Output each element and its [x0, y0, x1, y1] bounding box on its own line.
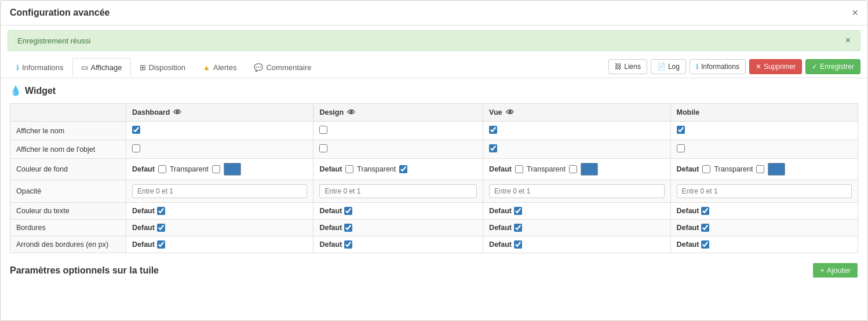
design-label: Design	[319, 108, 344, 116]
arrondi-mobile-checkbox[interactable]	[701, 240, 709, 249]
alert-message: Enregistrement réussi	[17, 37, 90, 45]
row-couleur-texte-vue: Defaut	[483, 203, 670, 220]
widget-table: Dashboard 👁 Design 👁 Vue 👁	[10, 103, 858, 253]
couleur-fond-vue-defaut-checkbox[interactable]	[515, 165, 523, 173]
couleur-fond-design-defaut-checkbox[interactable]	[345, 165, 353, 173]
ajouter-icon: +	[820, 266, 825, 275]
alert-close-button[interactable]: ×	[845, 35, 851, 46]
couleur-fond-design-transparent-checkbox[interactable]	[399, 165, 407, 173]
alert-success: Enregistrement réussi ×	[8, 30, 860, 51]
informations-button[interactable]: ℹ Informations	[690, 59, 746, 74]
couleur-fond-mobile-swatch[interactable]	[768, 163, 785, 176]
couleur-texte-dashboard-checkbox[interactable]	[157, 207, 165, 215]
afficher-nom-dashboard-checkbox[interactable]	[132, 126, 140, 134]
couleur-fond-dashboard-transparent-checkbox[interactable]	[212, 165, 220, 173]
bordures-vue-checkbox[interactable]	[514, 224, 522, 232]
afficher-objet-vue-checkbox[interactable]	[489, 144, 497, 152]
vue-eye-icon: 👁	[506, 108, 514, 117]
opacite-mobile-input[interactable]	[677, 184, 852, 198]
opacite-design-input[interactable]	[319, 184, 477, 198]
modal-close-button[interactable]: ×	[852, 8, 858, 18]
row-afficher-nom-design	[313, 122, 483, 140]
defaut-label: Defaut	[489, 240, 512, 249]
tab-disposition[interactable]: ⊞ Disposition	[131, 58, 195, 76]
supprimer-button[interactable]: ✕ Supprimer	[749, 59, 802, 74]
afficher-nom-mobile-checkbox[interactable]	[677, 126, 685, 134]
defaut-label: Defaut	[677, 207, 699, 215]
couleur-fond-vue-transparent-checkbox[interactable]	[569, 165, 577, 173]
row-bordures-dashboard: Defaut	[126, 220, 313, 236]
liens-button[interactable]: ⛓ Liens	[608, 59, 647, 74]
tabs-container: ℹ Informations ▭ Affichage ⊞ Disposition…	[8, 58, 320, 76]
opacite-vue-input[interactable]	[489, 184, 664, 198]
couleur-fond-mobile-defaut-checkbox[interactable]	[702, 165, 710, 173]
enregistrer-icon: ✓	[812, 63, 818, 71]
row-opacite-label: Opacité	[10, 180, 126, 203]
log-button[interactable]: 📄 Log	[651, 59, 686, 74]
afficher-nom-vue-checkbox[interactable]	[489, 126, 497, 134]
enregistrer-button[interactable]: ✓ Enregistrer	[805, 59, 860, 74]
transparent-label: Transparent	[714, 165, 753, 173]
log-label: Log	[668, 63, 680, 71]
defaut-label: Defaut	[677, 240, 699, 249]
supprimer-icon: ✕	[756, 63, 761, 71]
row-bordures-label: Bordures	[10, 220, 126, 236]
opacite-dashboard-input[interactable]	[132, 184, 307, 198]
col-design-header: Design 👁	[313, 104, 483, 122]
afficher-nom-design-checkbox[interactable]	[319, 126, 327, 134]
alertes-tab-icon: ▲	[203, 63, 210, 72]
tab-affichage-label: Affichage	[91, 63, 122, 72]
defaut-label: Defaut	[132, 224, 155, 232]
log-icon: 📄	[657, 63, 666, 71]
couleur-fond-dashboard-defaut-checkbox[interactable]	[158, 165, 166, 173]
ajouter-button[interactable]: + Ajouter	[812, 262, 858, 278]
bordures-mobile-checkbox[interactable]	[701, 224, 709, 232]
toolbar-buttons: ⛓ Liens 📄 Log ℹ Informations ✕ Supprimer…	[608, 56, 860, 78]
row-afficher-nom-vue	[483, 122, 670, 140]
afficher-objet-design-checkbox[interactable]	[319, 144, 327, 152]
transparent-label: Transparent	[170, 165, 209, 173]
dashboard-eye-icon: 👁	[173, 108, 181, 117]
arrondi-dashboard-checkbox[interactable]	[157, 240, 165, 249]
row-arrondi-vue: Defaut	[483, 236, 670, 253]
bordures-dashboard-checkbox[interactable]	[157, 224, 165, 232]
row-couleur-texte-mobile: Defaut	[670, 203, 858, 220]
afficher-objet-dashboard-checkbox[interactable]	[132, 144, 140, 152]
row-afficher-objet-label: Afficher le nom de l'objet	[10, 140, 126, 159]
commentaire-tab-icon: 💬	[254, 63, 263, 72]
modal: Configuration avancée × Enregistrement r…	[0, 0, 868, 321]
couleur-texte-mobile-checkbox[interactable]	[701, 207, 709, 215]
couleur-texte-design-checkbox[interactable]	[344, 207, 352, 215]
row-afficher-objet-mobile	[670, 140, 858, 159]
transparent-label: Transparent	[527, 165, 566, 173]
tab-disposition-label: Disposition	[149, 63, 186, 72]
tab-commentaire[interactable]: 💬 Commentaire	[245, 58, 320, 76]
row-couleur-texte-label: Couleur du texte	[10, 203, 126, 220]
modal-header: Configuration avancée ×	[1, 1, 867, 25]
content: 💧 Widget Dashboard 👁 Design	[1, 78, 867, 285]
col-mobile-header: Mobile	[670, 104, 858, 122]
afficher-objet-mobile-checkbox[interactable]	[677, 144, 685, 152]
arrondi-design-checkbox[interactable]	[344, 240, 352, 249]
couleur-texte-vue-checkbox[interactable]	[514, 207, 522, 215]
row-opacite-design	[313, 180, 483, 203]
defaut-label: Defaut	[489, 224, 512, 232]
row-afficher-objet-vue	[483, 140, 670, 159]
row-couleur-texte-design: Defaut	[313, 203, 483, 220]
couleur-fond-vue-swatch[interactable]	[581, 163, 598, 176]
supprimer-label: Supprimer	[764, 63, 796, 71]
defaut-label: Defaut	[319, 207, 342, 215]
defaut-label: Defaut	[319, 165, 342, 173]
liens-label: Liens	[624, 63, 641, 71]
couleur-fond-dashboard-swatch[interactable]	[224, 163, 241, 176]
defaut-label: Defaut	[489, 207, 512, 215]
transparent-label: Transparent	[357, 165, 396, 173]
tab-informations[interactable]: ℹ Informations	[8, 58, 72, 76]
bordures-design-checkbox[interactable]	[344, 224, 352, 232]
parametres-title: Paramètres optionnels sur la tuile	[10, 265, 159, 276]
tab-alertes[interactable]: ▲ Alertes	[194, 58, 245, 76]
arrondi-vue-checkbox[interactable]	[514, 240, 522, 249]
tab-affichage[interactable]: ▭ Affichage	[72, 58, 131, 76]
info-tab-icon: ℹ	[16, 63, 19, 72]
couleur-fond-mobile-transparent-checkbox[interactable]	[756, 165, 764, 173]
